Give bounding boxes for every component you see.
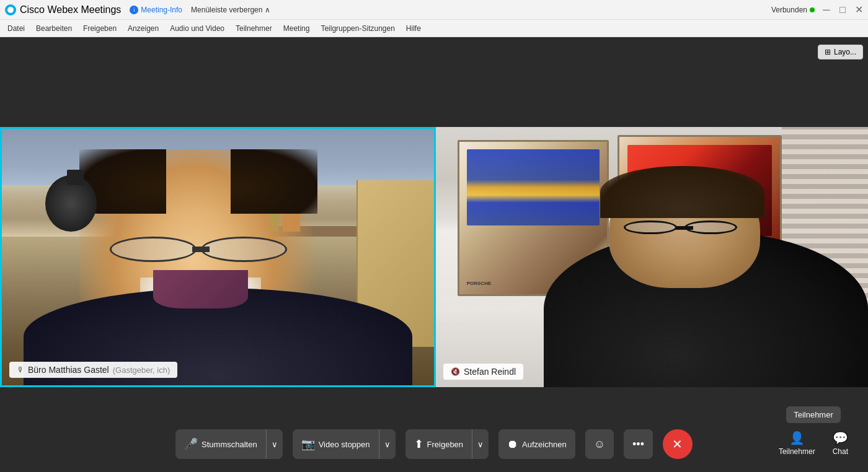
mic-icon-right: 🔇	[451, 367, 460, 376]
more-icon: •••	[632, 438, 644, 451]
video-button[interactable]: 📷 Video stoppen	[293, 429, 379, 459]
toolbar-side-row: 👤 Teilnehmer 💬 Chat	[771, 427, 856, 460]
video-panel-right: PORSCHE 24 HEURESDU MANS PORSCHE	[436, 127, 868, 387]
host-tag-left: (Gastgeber, ich)	[113, 365, 170, 375]
menu-anzeigen[interactable]: Anzeigen	[123, 22, 164, 35]
participants-icon: 👤	[789, 430, 805, 445]
toolbar-center: 🎤 Stummschalten ∨ 📷 Video stoppen ∨	[175, 429, 693, 459]
menu-teilnehmer[interactable]: Teilnehmer	[231, 22, 277, 35]
mic-icon-left: 🎙	[17, 365, 24, 374]
info-dot-icon: i	[130, 6, 138, 14]
video-panel-left: 🎙 Büro Matthias Gastel (Gastgeber, ich)	[0, 127, 436, 387]
mute-chevron-icon: ∨	[272, 440, 278, 449]
participant-name-right: Stefan Reindl	[464, 367, 516, 377]
glasses-left-lens	[110, 237, 196, 262]
glasses-right-lens	[201, 237, 287, 262]
hide-menu-button[interactable]: Menüleiste verbergen ∧	[191, 6, 270, 14]
video-chevron-icon: ∨	[384, 440, 391, 449]
menu-audio-video[interactable]: Audio und Video	[165, 22, 229, 35]
minimize-button[interactable]: ─	[822, 6, 831, 14]
glasses-right-bridge	[675, 226, 693, 230]
menu-bearbeiten[interactable]: Bearbeiten	[31, 22, 77, 35]
hide-menu-label: Menüleiste verbergen	[191, 6, 262, 14]
mute-button[interactable]: 🎤 Stummschalten	[175, 429, 266, 459]
glasses-right-left-lens	[624, 221, 676, 235]
menubar: Datei Bearbeiten Freigeben Anzeigen Audi…	[0, 20, 868, 37]
mic-icon: 🎤	[184, 437, 198, 451]
menu-hilfe[interactable]: Hilfe	[401, 22, 426, 35]
chat-label: Chat	[833, 447, 848, 456]
share-label: Freigeben	[427, 440, 464, 449]
camera-icon: 📷	[301, 437, 315, 451]
mute-button-group: 🎤 Stummschalten ∨	[175, 429, 283, 459]
video-feed-left	[2, 129, 434, 385]
racing-poster-art	[467, 149, 600, 225]
chat-icon: 💬	[833, 430, 848, 445]
record-icon: ⏺	[507, 438, 518, 451]
mute-label: Stummschalten	[202, 440, 257, 449]
person-right-hair	[600, 166, 764, 218]
record-button[interactable]: ⏺ Aufzeichnen	[498, 429, 575, 459]
connection-label: Verbunden	[771, 6, 807, 14]
menu-meeting[interactable]: Meeting	[278, 22, 315, 35]
menu-teilgruppen[interactable]: Teilgruppen-Sitzungen	[316, 22, 399, 35]
emoji-icon: ☺	[594, 438, 605, 451]
video-label: Video stoppen	[319, 440, 370, 449]
video-art-right: PORSCHE 24 HEURESDU MANS PORSCHE	[436, 127, 868, 387]
titlebar-right: Verbunden ─ □ ✕	[771, 6, 863, 14]
meeting-info-label: Meeting-Info	[141, 6, 182, 14]
poster-text-left: PORSCHE	[467, 281, 492, 287]
end-call-icon: ✕	[672, 437, 683, 452]
share-chevron-icon: ∨	[477, 440, 484, 449]
toolbar-right: Teilnehmer 👤 Teilnehmer 💬 Chat	[771, 406, 856, 460]
meeting-info-button[interactable]: i Meeting-Info	[126, 4, 186, 15]
share-button-group: ⬆ Freigeben ∨	[405, 429, 489, 459]
connection-dot-icon	[810, 7, 815, 12]
glasses-bridge	[192, 247, 210, 251]
hair-right	[231, 149, 317, 214]
video-button-group: 📷 Video stoppen ∨	[293, 429, 396, 459]
layout-label: Layo...	[834, 48, 856, 56]
participant-name-left: Büro Matthias Gastel	[28, 365, 109, 375]
video-chevron[interactable]: ∨	[379, 429, 396, 459]
share-button[interactable]: ⬆ Freigeben	[405, 429, 472, 459]
svg-point-0	[7, 7, 14, 13]
shirt	[153, 270, 248, 308]
share-chevron[interactable]: ∨	[472, 429, 489, 459]
menu-freigeben[interactable]: Freigeben	[78, 22, 122, 35]
app-title: Cisco Webex Meetings	[20, 4, 121, 15]
titlebar-left: Cisco Webex Meetings i Meeting-Info Menü…	[5, 4, 270, 15]
maximize-button[interactable]: □	[838, 6, 847, 14]
headphone-band	[67, 170, 84, 185]
app-logo: Cisco Webex Meetings	[5, 4, 121, 15]
video-feed-right: PORSCHE 24 HEURESDU MANS PORSCHE	[436, 127, 868, 387]
video-label-left: 🎙 Büro Matthias Gastel (Gastgeber, ich)	[9, 362, 177, 378]
more-button[interactable]: •••	[624, 429, 653, 459]
video-label-right: 🔇 Stefan Reindl	[443, 364, 523, 380]
emoji-button[interactable]: ☺	[585, 429, 614, 459]
toolbar: 🎤 Stummschalten ∨ 📷 Video stoppen ∨	[0, 416, 868, 472]
participants-button[interactable]: 👤 Teilnehmer	[771, 427, 823, 460]
chat-button[interactable]: 💬 Chat	[825, 427, 856, 460]
menu-datei[interactable]: Datei	[2, 22, 30, 35]
video-art-left	[2, 129, 434, 385]
chevron-up-icon: ∧	[265, 6, 270, 14]
teilnehmer-popup: Teilnehmer	[786, 406, 841, 423]
close-button[interactable]: ✕	[854, 6, 863, 14]
connection-status: Verbunden	[771, 6, 815, 14]
main-content: 🎙 Büro Matthias Gastel (Gastgeber, ich) …	[0, 37, 868, 472]
layout-icon: ⊞	[825, 48, 831, 56]
share-icon: ⬆	[414, 437, 423, 451]
end-call-button[interactable]: ✕	[663, 429, 693, 459]
webex-logo-icon	[5, 4, 16, 15]
mute-chevron[interactable]: ∨	[266, 429, 283, 459]
layout-button[interactable]: ⊞ Layo...	[818, 45, 863, 59]
participants-label: Teilnehmer	[779, 447, 815, 456]
video-grid: 🎙 Büro Matthias Gastel (Gastgeber, ich) …	[0, 127, 868, 387]
titlebar: Cisco Webex Meetings i Meeting-Info Menü…	[0, 0, 868, 20]
record-label: Aufzeichnen	[522, 440, 567, 449]
